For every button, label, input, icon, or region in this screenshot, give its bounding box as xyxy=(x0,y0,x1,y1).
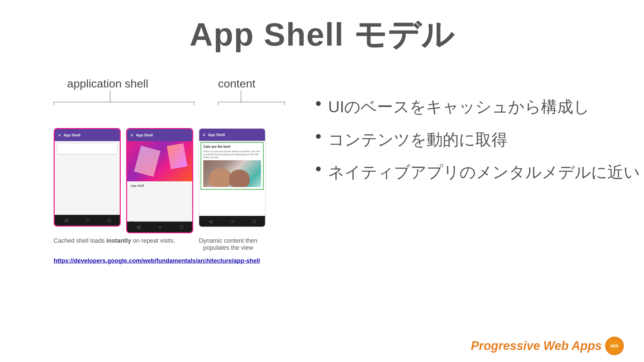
label-app-shell: application shell xyxy=(67,77,148,90)
label-content: content xyxy=(218,77,256,90)
hamburger-icon1: ≡ xyxy=(58,132,61,138)
bullet-text-1: UIのベースをキャッシュから構成し xyxy=(328,97,590,117)
bullet-text-2: コンテンツを動的に取得 xyxy=(328,130,507,149)
diagram-section: application shell content xyxy=(54,77,295,264)
caption-right: Dynamic content then populates the view xyxy=(191,237,265,251)
bullet-dot-1: • xyxy=(315,95,321,112)
home-icon2: ○ xyxy=(159,224,161,230)
phone3: ≡ App Shell Cats are the best When my ca… xyxy=(199,128,266,227)
caption-left: Cached shell loads instantly on repeat v… xyxy=(54,237,191,251)
hamburger-icon2: ≡ xyxy=(130,132,133,138)
back-icon2: ◁ xyxy=(137,224,140,230)
hamburger-icon3: ≡ xyxy=(203,132,205,137)
home-icon1: ○ xyxy=(86,218,89,223)
square-icon1: □ xyxy=(108,218,110,223)
phone1-title: App Shell xyxy=(63,133,80,137)
phone1: ≡ App Shell ◁ ○ □ xyxy=(54,128,121,227)
phone3-content-text: When my cats look out the window at anot… xyxy=(203,150,261,159)
home-icon3: ○ xyxy=(231,219,234,224)
phone2-title: App Shell xyxy=(136,133,153,137)
square-icon2: □ xyxy=(180,224,183,230)
page-title: App Shell モデル xyxy=(0,0,644,57)
phone3-title: App Shell xyxy=(208,133,225,137)
bullet-item-2: • コンテンツを動的に取得 xyxy=(315,130,644,149)
footer: Progressive Web Apps WEB xyxy=(471,337,624,355)
bullet-dot-3: • xyxy=(315,160,321,177)
back-icon1: ◁ xyxy=(64,218,68,223)
bullet-points-section: • UIのベースをキャッシュから構成し • コンテンツを動的に取得 • ネイティ… xyxy=(315,77,644,264)
square-icon3: □ xyxy=(253,219,256,224)
phone2-hero-label: App shell xyxy=(130,184,144,187)
bullet-item-3: • ネイティブアプリのメンタルメデルに近い xyxy=(315,163,644,182)
reference-link[interactable]: https://developers.google.com/web/fundam… xyxy=(54,257,295,264)
bullet-item-1: • UIのベースをキャッシュから構成し xyxy=(315,97,644,117)
cat-image xyxy=(203,160,261,187)
phone3-content-title: Cats are the best xyxy=(203,145,261,148)
bullet-text-3: ネイティブアプリのメンタルメデルに近い xyxy=(328,163,640,182)
back-icon3: ◁ xyxy=(209,219,212,224)
footer-text: Progressive Web Apps xyxy=(471,339,602,353)
phone2: ≡ App Shell App shell i Index xyxy=(126,128,193,233)
bullet-dot-2: • xyxy=(315,127,321,145)
footer-badge: WEB xyxy=(605,337,624,355)
